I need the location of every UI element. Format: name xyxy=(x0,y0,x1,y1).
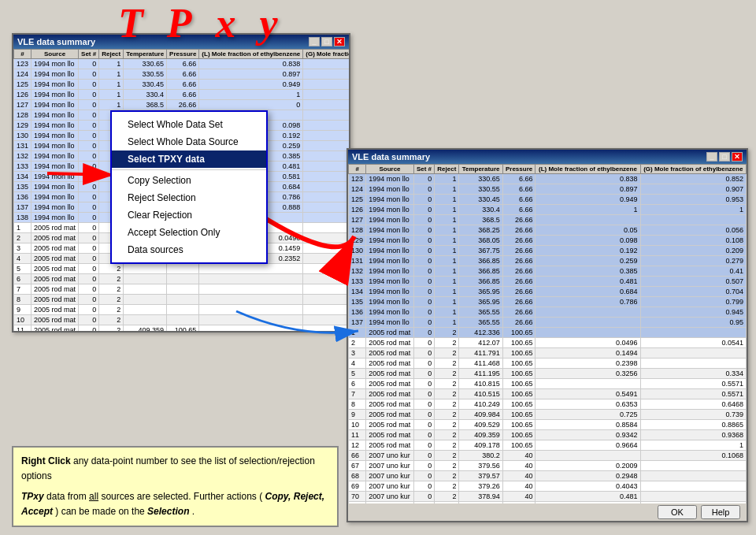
front-col-liquid: (L) Mole fraction of ethylbenzene xyxy=(536,165,640,174)
front-table-container: # Source Set # Reject Temperature Pressu… xyxy=(348,164,747,503)
table-row: 122005 rod mat02409.178100.650.96641 xyxy=(349,440,747,451)
table-row: 1321994 mon llo01366.8526.660.3850.41 xyxy=(349,266,747,277)
table-row: 62005 rod mat02 xyxy=(14,274,350,284)
col-source: Source xyxy=(32,50,79,59)
table-row: 1331994 mon llo01366.8526.660.4810.507 xyxy=(349,277,747,287)
tpxy-text-2: sources are selected. Further actions ( xyxy=(101,491,262,502)
minimize-button[interactable]: _ xyxy=(309,37,320,46)
col-num: # xyxy=(14,50,32,59)
table-row: 1251994 mon llo01330.456.660.9490.953 xyxy=(14,80,350,90)
table-row: 42005 rod mat02411.468100.650.2398 xyxy=(349,359,747,369)
table-row: 1341994 mon llo01365.9526.660.6840.704 xyxy=(349,287,747,297)
maximize-button[interactable]: □ xyxy=(321,37,332,46)
col-gas: (G) Mole fraction of ethylbenzene xyxy=(303,50,349,59)
ok-button[interactable]: OK xyxy=(658,505,697,519)
table-row: 1261994 mon llo01330.46.6611 xyxy=(14,90,350,100)
letter-y: y xyxy=(260,0,278,46)
help-button[interactable]: Help xyxy=(701,505,740,519)
table-row: 1241994 mon llo01330.556.660.8970.907 xyxy=(14,69,350,80)
table-row: 32005 rod mat02411.791100.650.1494 xyxy=(349,348,747,359)
table-row: 102005 rod mat02 xyxy=(14,315,350,325)
table-row: 62005 rod mat02410.815100.650.5571 xyxy=(349,379,747,389)
table-row: 692007 uno kur02379.26400.4043 xyxy=(349,481,747,492)
close-button[interactable]: ✕ xyxy=(334,37,345,46)
front-window-footer: OK Help xyxy=(348,503,747,521)
annotation-right-click-line: Right Click any data-point number to see… xyxy=(21,454,329,484)
table-row: 112005 rod mat02409.359100.650.93420.936… xyxy=(349,430,747,440)
table-row: 662007 uno kur02380.2400.1068 xyxy=(349,451,747,461)
letter-T: T xyxy=(118,0,143,46)
tpxy-text-4: . xyxy=(192,506,195,517)
context-menu-item[interactable]: Data sources xyxy=(112,241,266,258)
tpxy-text-3: ) can be made on the xyxy=(55,506,147,517)
table-row: 1271994 mon llo01368.526.66 xyxy=(349,215,747,225)
context-menu-item[interactable]: Select TPXY data xyxy=(112,150,266,168)
front-col-set: Set # xyxy=(413,165,434,174)
table-row: 1351994 mon llo01365.9526.660.7860.799 xyxy=(349,297,747,307)
front-col-temp: Temperature xyxy=(459,165,502,174)
context-menu-item[interactable]: Select Whole Data Source xyxy=(112,133,266,150)
front-col-pressure: Pressure xyxy=(502,165,536,174)
table-row: 102005 rod mat02409.529100.650.85840.886… xyxy=(349,420,747,430)
context-menu-item[interactable]: Reject Selection xyxy=(112,189,266,206)
front-window-titlebar: VLE data summary _ □ ✕ xyxy=(348,150,747,164)
table-row: 1271994 mon llo01368.526.6600 xyxy=(14,100,350,110)
table-row: 112005 rod mat02409.359100.650.9342 xyxy=(14,325,350,332)
table-row: 92005 rod mat02409.984100.650.7250.739 xyxy=(349,410,747,420)
table-row: 92005 rod mat020.0884 xyxy=(14,305,350,315)
context-menu-item[interactable]: Clear Rejection xyxy=(112,206,266,224)
table-row: 1361994 mon llo01365.5526.660.945 xyxy=(349,307,747,318)
col-pressure: Pressure xyxy=(167,50,199,59)
context-menu-item[interactable]: Copy Selection xyxy=(112,172,266,189)
table-row: 82005 rod mat02410.249100.650.63530.6468 xyxy=(349,399,747,410)
context-menu-item[interactable]: Accept Selection Only xyxy=(112,224,266,241)
letter-x: x xyxy=(216,0,236,46)
context-menu-item[interactable]: Select Whole Data Set xyxy=(112,116,266,133)
front-col-reject: Reject xyxy=(435,165,459,174)
front-data-table: # Source Set # Reject Temperature Pressu… xyxy=(348,164,747,503)
front-minimize-button[interactable]: _ xyxy=(706,152,717,162)
table-row: 1251994 mon llo01330.456.660.9490.953 xyxy=(349,195,747,205)
table-row: 682007 uno kur02379.57400.2948 xyxy=(349,471,747,481)
table-row: 1241994 mon llo01330.556.660.8970.907 xyxy=(349,184,747,195)
annotation-box: Right Click any data-point number to see… xyxy=(12,446,339,527)
table-row: 12005 rod mat02412.336100.65 xyxy=(349,328,747,338)
table-row: 1231994 mon llo01330.656.660.8380.852 xyxy=(349,174,747,184)
tpxy-text-1: data from xyxy=(46,491,89,502)
back-window-buttons: _ □ ✕ xyxy=(309,37,345,46)
front-window-buttons-container: _ □ ✕ xyxy=(706,152,743,162)
vle-window-front: VLE data summary _ □ ✕ # Source Set # Re… xyxy=(346,148,748,522)
front-maximize-button[interactable]: □ xyxy=(719,152,730,162)
front-col-num: # xyxy=(349,165,366,174)
table-row: 72005 rod mat02 xyxy=(14,284,350,295)
col-reject: Reject xyxy=(99,50,124,59)
annotation-tpxy-line: TPxy data from all sources are selected.… xyxy=(21,489,329,519)
context-menu: Select Whole Data SetSelect Whole Data S… xyxy=(110,110,268,264)
table-row: 1301994 mon llo01367.7526.660.1920.209 xyxy=(349,246,747,256)
table-row: 82005 rod mat02 xyxy=(14,295,350,305)
table-row: 1291994 mon llo01368.0526.660.0980.108 xyxy=(349,236,747,246)
front-col-gas: (G) Mole fraction of ethylbenzene xyxy=(640,165,747,174)
table-row: 52005 rod mat02 xyxy=(14,264,350,274)
header-letters: T P x y xyxy=(118,0,278,46)
front-col-source: Source xyxy=(366,165,414,174)
table-row: 1311994 mon llo01366.8526.660.2590.279 xyxy=(349,256,747,266)
table-row: 702007 uno kur02378.94400.481 xyxy=(349,492,747,502)
table-row: 22005 rod mat02412.07100.650.04960.0541 xyxy=(349,338,747,348)
col-set: Set # xyxy=(79,50,99,59)
col-liquid: (L) Mole fraction of ethylbenzene xyxy=(199,50,303,59)
selection-bold: Selection xyxy=(147,506,189,517)
front-close-button[interactable]: ✕ xyxy=(732,152,743,162)
table-row: 52005 rod mat02411.195100.650.32560.334 xyxy=(349,369,747,379)
table-row: 1261994 mon llo01330.46.6611 xyxy=(349,205,747,215)
table-row: 1231994 mon llo01330.656.660.8380.852 xyxy=(14,59,350,69)
tpxy-bold: TPxy xyxy=(21,491,44,502)
table-row: 672007 uno kur02379.56400.2009 xyxy=(349,461,747,471)
col-temp: Temperature xyxy=(124,50,167,59)
letter-P: P xyxy=(167,0,192,46)
table-row: 72005 rod mat02410.515100.650.54910.5571 xyxy=(349,389,747,399)
all-underline: all xyxy=(89,491,98,502)
right-click-label: Right Click xyxy=(21,455,71,466)
front-window-title: VLE data summary xyxy=(352,152,430,162)
back-window-title: VLE data summary xyxy=(17,37,95,46)
